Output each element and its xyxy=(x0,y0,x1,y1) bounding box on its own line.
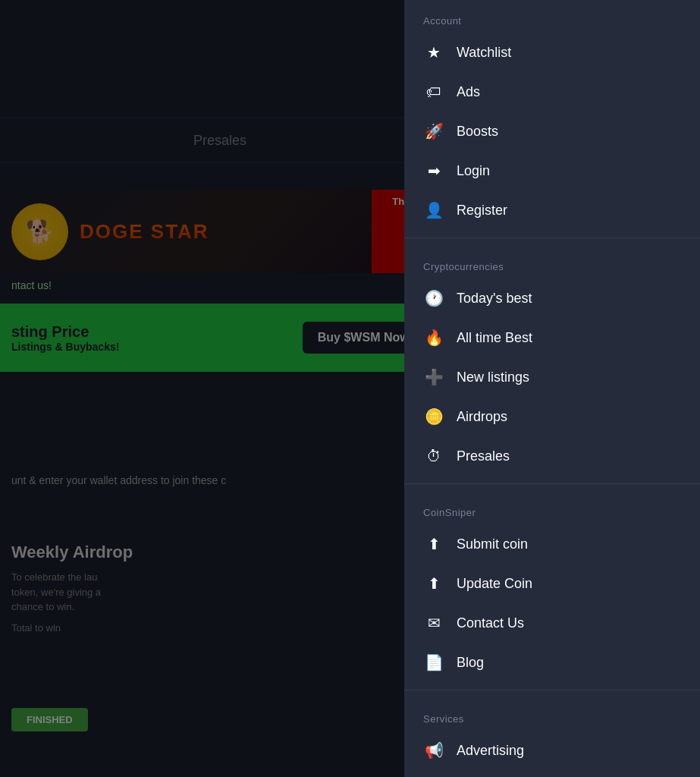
menu-item-login[interactable]: ➡Login xyxy=(404,151,700,190)
watchlist-label: Watchlist xyxy=(457,45,511,61)
register-icon: 👤 xyxy=(423,200,444,221)
todays-best-icon: 🕐 xyxy=(423,288,444,309)
all-time-best-label: All time Best xyxy=(457,330,532,346)
airdrops-label: Airdrops xyxy=(457,409,507,425)
presales-icon: ⏱ xyxy=(423,445,444,467)
presales-label: Presales xyxy=(457,448,510,464)
contact-us-icon: ✉ xyxy=(423,612,444,634)
contact-us-label: Contact Us xyxy=(457,615,524,631)
update-coin-icon: ⬆ xyxy=(423,573,444,594)
menu-item-watchlist[interactable]: ★Watchlist xyxy=(404,33,700,72)
menu-item-partners[interactable]: 🤝Partners xyxy=(404,770,700,777)
advertising-icon: 📢 xyxy=(423,740,444,761)
register-label: Register xyxy=(457,203,507,219)
menu-item-presales[interactable]: ⏱Presales xyxy=(404,436,700,476)
blog-icon: 📄 xyxy=(423,652,444,673)
login-icon: ➡ xyxy=(423,160,444,181)
wsm-promo-banner: sting Price Listings & Buybacks! Buy $WS… xyxy=(0,304,440,372)
background-left: Presales 🐕 DOGE STAR The P ntact us! sti… xyxy=(0,0,440,777)
doge-logo-text: DOGE STAR xyxy=(80,220,209,244)
divider-0 xyxy=(404,238,700,238)
new-listings-icon: ➕ xyxy=(423,366,444,388)
update-coin-label: Update Coin xyxy=(457,576,532,592)
watchlist-icon: ★ xyxy=(423,42,444,63)
menu-item-boosts[interactable]: 🚀Boosts xyxy=(404,112,700,151)
menu-container: Account★Watchlist🏷Ads🚀Boosts➡Login👤Regis… xyxy=(404,0,700,777)
presales-bar: Presales xyxy=(0,118,440,163)
contact-bar: ntact us! xyxy=(0,273,440,297)
airdrops-icon: 🪙 xyxy=(423,406,444,427)
menu-item-update-coin[interactable]: ⬆Update Coin xyxy=(404,564,700,603)
wsm-promo-text: sting Price Listings & Buybacks! xyxy=(11,323,119,353)
doge-avatar: 🐕 xyxy=(11,203,68,260)
divider-1 xyxy=(404,483,700,484)
menu-item-ads[interactable]: 🏷Ads xyxy=(404,72,700,112)
divider-2 xyxy=(404,690,700,690)
login-label: Login xyxy=(457,163,490,179)
airdrop-section: Weekly Airdrop To celebrate the lau toke… xyxy=(0,531,440,645)
menu-item-todays-best[interactable]: 🕐Today's best xyxy=(404,278,700,318)
menu-item-blog[interactable]: 📄Blog xyxy=(404,643,700,682)
menu-item-airdrops[interactable]: 🪙Airdrops xyxy=(404,397,700,436)
boosts-icon: 🚀 xyxy=(423,121,444,142)
finished-badge: FINISHED xyxy=(11,708,88,731)
blog-label: Blog xyxy=(457,655,484,671)
menu-item-register[interactable]: 👤Register xyxy=(404,190,700,230)
todays-best-label: Today's best xyxy=(457,291,532,307)
section-label-0: Account xyxy=(404,0,700,33)
section-label-1: Cryptocurrencies xyxy=(404,246,700,278)
menu-item-advertising[interactable]: 📢Advertising xyxy=(404,731,700,770)
airdrop-total: Total to win xyxy=(11,622,428,634)
advertising-label: Advertising xyxy=(457,743,524,759)
all-time-best-icon: 🔥 xyxy=(423,327,444,348)
submit-coin-icon: ⬆ xyxy=(423,533,444,555)
presales-label: Presales xyxy=(193,133,246,149)
menu-item-new-listings[interactable]: ➕New listings xyxy=(404,357,700,397)
doge-banner: 🐕 DOGE STAR The P xyxy=(0,190,440,273)
menu-item-contact-us[interactable]: ✉Contact Us xyxy=(404,603,700,643)
ads-label: Ads xyxy=(457,84,480,100)
section-label-2: CoinSniper xyxy=(404,492,700,524)
new-listings-label: New listings xyxy=(457,370,529,385)
airdrop-description: To celebrate the lau token, we're giving… xyxy=(11,570,428,615)
menu-item-all-time-best[interactable]: 🔥All time Best xyxy=(404,318,700,357)
navigation-menu: × Account★Watchlist🏷Ads🚀Boosts➡Login👤Reg… xyxy=(404,0,700,777)
submit-coin-label: Submit coin xyxy=(457,536,528,552)
ads-icon: 🏷 xyxy=(423,81,444,102)
section-label-3: Services xyxy=(404,698,700,731)
wallet-text-area: unt & enter your wallet address to join … xyxy=(0,467,440,494)
menu-item-submit-coin[interactable]: ⬆Submit coin xyxy=(404,524,700,564)
boosts-label: Boosts xyxy=(457,124,498,140)
